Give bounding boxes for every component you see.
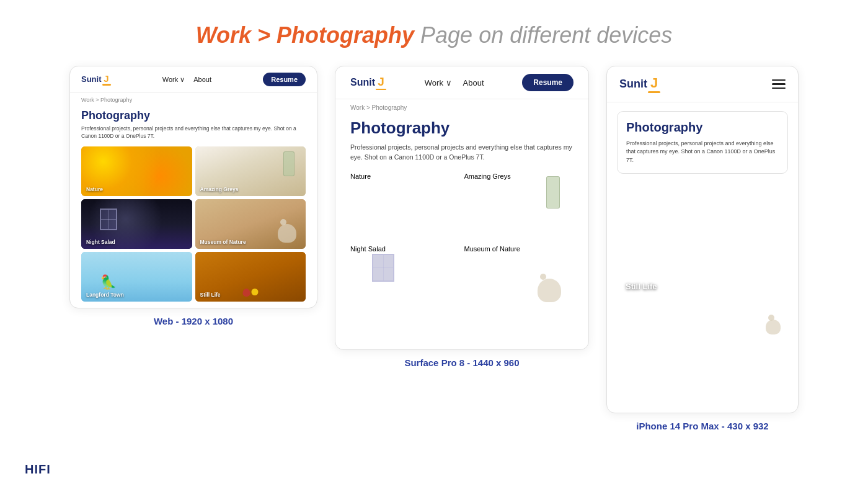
greys-photo-label: Amazing Greys: [200, 186, 239, 192]
surface-card-night[interactable]: Night Salad: [350, 243, 460, 311]
surface-content: Photography Professional projects, perso…: [335, 112, 588, 349]
web-nav: Sunit J Work ∨ About Resume: [70, 66, 317, 93]
surface-photo-grid: Nature Amazing Greys Night Salad: [350, 170, 574, 311]
surface-card-nature[interactable]: Nature: [350, 170, 460, 238]
web-content: Photography Professional projects, perso…: [70, 104, 317, 308]
fruit-graphic: [242, 289, 258, 297]
iphone-device-frame: Sunit J Photography Professional proj: [606, 66, 799, 413]
nature-photo-label: Nature: [86, 186, 103, 192]
bird-graphic: 🦜: [100, 274, 117, 290]
surface-window-graphic: [372, 254, 394, 282]
apple-graphic: [242, 289, 250, 297]
surface-resume-button[interactable]: Resume: [522, 74, 574, 91]
surface-night-label: Night Salad: [350, 245, 386, 253]
iphone-heading: Photography: [626, 120, 779, 135]
surface-greys-label: Amazing Greys: [464, 173, 511, 180]
logo-j-text: J: [104, 73, 108, 84]
lemon-graphic: [251, 289, 258, 295]
surface-logo: Sunit J: [350, 75, 386, 91]
surface-partial-langford[interactable]: [350, 315, 460, 343]
page-title: Work > Photography Page on different dev…: [196, 22, 673, 48]
iphone-logo: Sunit J: [619, 75, 660, 93]
logo-underline: [102, 84, 111, 86]
web-heading: Photography: [81, 109, 306, 122]
web-breadcrumb: Work > Photography: [70, 93, 317, 104]
surface-card-museum[interactable]: Museum of Nature: [464, 243, 574, 311]
hifi-watermark: HIFI: [25, 462, 51, 477]
web-resume-button[interactable]: Resume: [263, 73, 306, 86]
surface-heading: Photography: [350, 119, 574, 138]
iphone-small-card-1[interactable]: [617, 302, 701, 339]
surface-nav-work[interactable]: Work ∨: [425, 78, 452, 87]
night-photo-label: Night Salad: [86, 239, 115, 245]
hamburger-line-2: [772, 83, 786, 85]
iphone-logo-underline: [648, 91, 660, 93]
surface-bear-graphic: [538, 279, 561, 302]
hamburger-line-1: [772, 79, 786, 81]
surface-device-frame: Sunit J Work ∨ About Resume Work > Photo…: [335, 66, 589, 350]
iphone-device-column: Sunit J Photography Professional proj: [606, 66, 799, 431]
surface-logo-sunit: Sunit: [350, 77, 375, 88]
surface-breadcrumb: Work > Photography: [335, 99, 588, 112]
hamburger-menu[interactable]: [772, 79, 786, 89]
iphone-logo-sunit: Sunit: [619, 78, 647, 91]
photo-card-still-life[interactable]: Still Life: [195, 252, 306, 302]
surface-device-label: Surface Pro 8 - 1440 x 960: [404, 357, 519, 368]
photo-card-night-salad[interactable]: Night Salad: [81, 199, 192, 249]
surface-nav-links: Work ∨ About: [399, 78, 510, 87]
iphone-big-card[interactable]: Still Life: [617, 182, 788, 297]
photo-card-nature[interactable]: Nature: [81, 146, 192, 196]
surface-product-graphic: [546, 176, 560, 209]
web-photo-grid: Nature Amazing Greys Night Salad: [81, 146, 306, 302]
surface-museum-label: Museum of Nature: [464, 245, 520, 253]
surface-logo-j: J: [378, 75, 384, 89]
iphone-logo-j: J: [650, 75, 658, 91]
hamburger-line-3: [772, 87, 786, 89]
surface-device-column: Sunit J Work ∨ About Resume Work > Photo…: [335, 66, 589, 368]
title-normal: Page on different devices: [414, 22, 672, 48]
window-graphic: [100, 209, 117, 230]
photo-card-greys[interactable]: Amazing Greys: [195, 146, 306, 196]
devices-row: Sunit J Work ∨ About Resume Work > Photo…: [0, 66, 868, 431]
surface-nav-about[interactable]: About: [463, 78, 484, 87]
iphone-device-label: iPhone 14 Pro Max - 430 x 932: [636, 421, 768, 431]
iphone-big-card-label: Still Life: [626, 282, 657, 291]
surface-logo-underline: [376, 89, 386, 91]
web-device-column: Sunit J Work ∨ About Resume Work > Photo…: [69, 66, 317, 326]
title-highlight: Work > Photography: [196, 22, 414, 48]
langford-photo-label: Langford Town: [86, 292, 124, 298]
product-graphic: [283, 151, 294, 176]
iphone-small-card-2[interactable]: [704, 302, 788, 339]
bear-graphic: [278, 224, 296, 243]
iphone-nav: Sunit J: [607, 66, 798, 102]
museum-photo-label: Museum of Nature: [200, 239, 246, 245]
web-nav-links: Work ∨ About: [122, 76, 252, 84]
web-device-frame: Sunit J Work ∨ About Resume Work > Photo…: [69, 66, 317, 308]
iphone-bear-graphic: [766, 320, 781, 334]
photo-card-langford[interactable]: 🦜 Langford Town: [81, 252, 192, 302]
surface-partial-grid: [350, 315, 574, 343]
web-logo: Sunit J: [81, 73, 111, 86]
web-description: Professional projects, personal projects…: [81, 125, 306, 140]
logo-sunit-text: Sunit: [81, 74, 102, 84]
surface-nav: Sunit J Work ∨ About Resume: [335, 66, 588, 99]
surface-nature-label: Nature: [350, 173, 371, 180]
iphone-description: Professional projects, personal projects…: [626, 140, 779, 165]
still-photo-label: Still Life: [200, 292, 221, 298]
nav-about-link[interactable]: About: [193, 76, 211, 84]
surface-description: Professional projects, personal projects…: [350, 143, 574, 163]
iphone-small-row: [617, 302, 788, 339]
surface-card-greys[interactable]: Amazing Greys: [464, 170, 574, 238]
web-device-label: Web - 1920 x 1080: [154, 316, 233, 326]
nav-work-link[interactable]: Work ∨: [162, 76, 185, 84]
photo-card-museum[interactable]: Museum of Nature: [195, 199, 306, 249]
surface-partial-still[interactable]: [464, 315, 574, 343]
iphone-content-box: Photography Professional projects, perso…: [617, 111, 788, 174]
